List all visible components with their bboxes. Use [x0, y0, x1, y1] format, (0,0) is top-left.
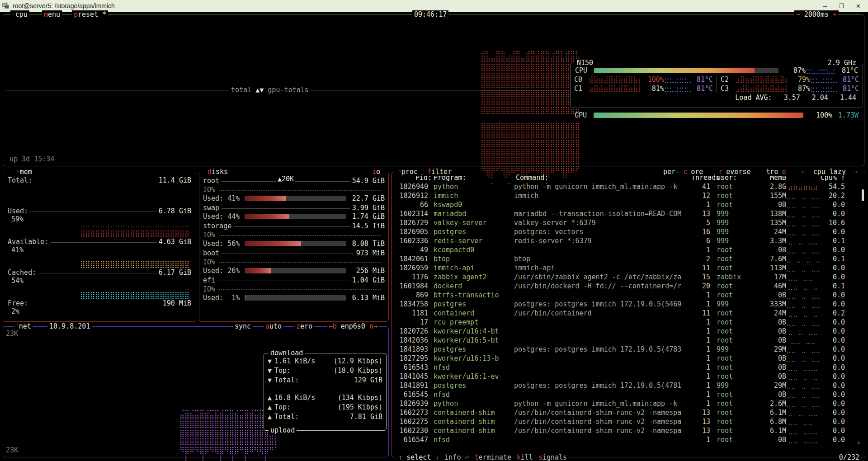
- process-row[interactable]: 616545 nfsd 1 root 0B ⣀⣀⠀⣀⠀⣀⣀ 0.0: [396, 390, 861, 399]
- interval-decrease-button[interactable]: −: [796, 10, 800, 19]
- process-row[interactable]: 1834758 postgres postgres: postgres immi…: [396, 300, 861, 309]
- disk-entry: efi 1.04 GiB IO% Used: 1% 6.13 MiB: [199, 275, 388, 302]
- upload-label: upload: [269, 426, 297, 435]
- core-usage-sparkline: ⣾⣷⣶⣼⣿⣾⣷⣾⣿⣷⣾⣷: [588, 75, 641, 84]
- gpu-meter: [594, 113, 803, 118]
- process-row[interactable]: 1826729 valkey-server valkey-server *:63…: [396, 218, 861, 227]
- proc-box: ⁴proc filter per-core reverse tree ← cpu…: [392, 172, 865, 457]
- sync-button[interactable]: sync: [233, 322, 253, 331]
- prev-interface-button[interactable]: ←b: [329, 322, 337, 330]
- cpu-gpu-divider-label[interactable]: total ▲▼ gpu-totals: [229, 86, 311, 94]
- disks-box-title[interactable]: disks: [206, 168, 230, 176]
- io-graph-line: [219, 190, 381, 191]
- clock: 09:46:17: [412, 10, 448, 19]
- process-row[interactable]: 1602275 containerd-shim /usr/bin/contain…: [396, 417, 861, 426]
- cpu-total-row: CPU 87% ⣒⣂⣐⣒⣂⣐ 81°C: [571, 66, 863, 75]
- net-stat-row: ▼1.61 KiB/s (12.9 Kibps): [264, 356, 386, 366]
- process-row[interactable]: 616547 nfsd 1 root 0B ⣀⣀⠀⣀⣀⣀ 0.0: [396, 435, 861, 444]
- process-row[interactable]: 1841893 postgres postgres: postgres immi…: [396, 345, 861, 354]
- disk-used-meter: [245, 196, 346, 201]
- kill-button[interactable]: kill: [515, 453, 535, 461]
- window-title: root@server5: /storage/apps/immich: [13, 2, 115, 9]
- disk-used-meter: [245, 241, 346, 246]
- upload-stats: ▲16.8 KiB/s (134 Kibps) ▲Top: (195 Kibps…: [264, 385, 386, 421]
- down-arrow-icon: ▼: [268, 376, 272, 384]
- process-cpu-sparkline: ⣀⣀⠀⣀⠀⣀⣀: [786, 201, 820, 209]
- divider-line: [51, 242, 156, 243]
- process-cpu-sparkline: ⣀⣀⠀⣀⠀⣀⣀: [786, 228, 820, 236]
- mem-stat: Total: 11.4 GiB: [3, 176, 196, 207]
- cpu-frequency: 2.9 GHz: [826, 59, 858, 67]
- close-button[interactable]: ✕: [856, 3, 861, 9]
- terminate-button[interactable]: terminate: [473, 453, 513, 461]
- core-cell: C2 ⣰⣿⣶⣾⣿⣷⣿⣾⣷⣿⣶⣼ 79% ⣒⣂⣐⣒⣂⣐ 81°C: [717, 75, 863, 84]
- io-mode-button[interactable]: io: [370, 168, 382, 176]
- process-row[interactable]: 1181 containerd /usr/bin/containerd 11 r…: [396, 309, 861, 318]
- process-row[interactable]: 1601984 dockerd /usr/bin/dockerd -H fd:/…: [396, 282, 861, 291]
- process-row[interactable]: 1826905 postgres postgres: vectors 16 99…: [396, 227, 861, 236]
- process-cpu-sparkline: ⣀⣀⠀⣀⠀⣀⣀: [786, 210, 820, 218]
- sort-column-selector: ← cpu lazy →: [798, 168, 861, 176]
- process-row[interactable]: 1602336 redis-server redis-server *:6379…: [396, 236, 861, 245]
- proc-box-title[interactable]: ⁴proc: [396, 168, 420, 176]
- mem-box-title[interactable]: ²mem: [15, 168, 34, 176]
- preset-button[interactable]: preset *: [72, 10, 108, 19]
- process-row[interactable]: 1826959 immich-api immich-api 11 root 11…: [396, 263, 861, 273]
- process-row[interactable]: 1826912 immich immich 12 root 155M ⣀⣀⠀⣀⠀…: [396, 191, 861, 200]
- process-row[interactable]: 49 kcompactd0 1 root 0B ⣀⣀⠀⣀⠀⣀⣀ 0.0: [396, 245, 861, 254]
- process-row[interactable]: 1826940 python python -m gunicorn immich…: [396, 182, 861, 191]
- sort-prev-button[interactable]: ←: [800, 168, 807, 176]
- net-box: ³net 10.9.8.201 sync auto zero ←b enp6s0…: [3, 326, 389, 457]
- core-cell: C0 ⣾⣷⣶⣼⣿⣾⣷⣾⣿⣷⣾⣷ 100% ⣒⣂⣐⣒⣂⣐ 81°C: [571, 75, 717, 84]
- process-row[interactable]: 1841891 postgres postgres: postgres immi…: [396, 381, 861, 390]
- sort-next-button[interactable]: →: [852, 168, 859, 176]
- process-row[interactable]: 1602273 containerd-shim /usr/bin/contain…: [396, 408, 861, 417]
- process-row[interactable]: 1842061 btop btop 2 root 7.6M ⣀⠀⣀⠀⣀⠀⣀ 0.…: [396, 254, 861, 263]
- auto-button[interactable]: auto: [264, 322, 283, 331]
- net-stat-row: ▲Total: 7.81 GiB: [264, 412, 386, 421]
- divider-line: [217, 281, 350, 281]
- process-row[interactable]: 869 btrfs-transactio 1 root 0B ⣀⣀⠀⣀⠀⣀⣀ 0…: [396, 291, 861, 300]
- process-row[interactable]: 1842036 kworker/u16:5-bt 1 root 0B ⣀⣀⠀⣀⣀…: [396, 336, 861, 345]
- core-cell: C1 ⣴⣿⣾⣶⣿⣷⣾⣿⣶⣷⣿⣶ 81% ⣒⣂⣐⣒⣂⣐ 81°C: [571, 84, 717, 93]
- core-usage-sparkline: ⣰⣿⣶⣾⣿⣷⣿⣾⣷⣿⣶⣼: [735, 75, 787, 84]
- core-temp-sparkline: ⣒⣂⣐⣒⣂⣐: [664, 75, 692, 84]
- interface-switcher: ←b enp6s0 n→: [327, 322, 379, 331]
- process-row[interactable]: 66 kswapd0 1 root 0B ⣀⣀⠀⣀⠀⣀⣀ 0.0: [396, 200, 861, 209]
- zero-button[interactable]: zero: [294, 322, 314, 331]
- minimize-button[interactable]: ─: [823, 3, 827, 9]
- process-row[interactable]: 1602314 mariadbd mariadbd --transaction-…: [396, 209, 861, 218]
- interval-increase-button[interactable]: +: [833, 10, 837, 19]
- process-row[interactable]: 1602230 containerd-shim /usr/bin/contain…: [396, 426, 861, 435]
- maximize-button[interactable]: ❐: [839, 3, 844, 9]
- next-interface-button[interactable]: n→: [369, 322, 377, 330]
- process-row[interactable]: 1176 zabbix_agent2 /usr/sbin/zabbix_agen…: [396, 273, 861, 282]
- process-row[interactable]: 1841045 kworker/u16:1-ev 1 root 0B ⣀⣀⠀⣀⠀…: [396, 372, 861, 381]
- divider-line: [30, 304, 160, 304]
- info-button[interactable]: info ⏎: [443, 453, 471, 461]
- select-control[interactable]: ↑ select ↓: [396, 453, 441, 461]
- process-cpu-sparkline: ⣀⠀⣀⠀⣀⣀: [786, 409, 820, 417]
- reverse-button[interactable]: reverse: [715, 168, 754, 176]
- mem-stat: Available: 4.63 GiB 41% ⣿⣿⣿⣿⣿⣿⣿⣿⣿⣿⣿⣿⣿⣿⣿⣿…: [3, 237, 196, 268]
- menu-button[interactable]: menu: [42, 10, 62, 19]
- update-interval-control: − 2000ms +: [794, 10, 839, 19]
- filter-button[interactable]: filter: [425, 168, 453, 176]
- divider-line: [34, 181, 156, 181]
- disk-entries: root ▲20K 54.9 GiB IO% Used: 41% 22.7 Gi…: [199, 172, 388, 302]
- process-cpu-sparkline: ⣀⣀⠀⣀⠀⣀: [786, 372, 820, 381]
- cpu-box-title[interactable]: ¹cpu: [10, 10, 29, 19]
- process-row[interactable]: 1826939 python python -m gunicorn immich…: [396, 399, 861, 408]
- core-temp-sparkline: ⣒⣂⣐⣒⣂⣐: [810, 75, 838, 84]
- process-row[interactable]: 17 rcu_preempt 1 root 0B ⣀⣀⠀⣀⠀⣀⣀ 0.0: [396, 318, 861, 327]
- proc-scrollbar[interactable]: [862, 189, 864, 201]
- tree-button[interactable]: tree: [763, 168, 790, 176]
- signals-button[interactable]: signals: [537, 453, 569, 461]
- divider-line: ▲20K: [222, 181, 350, 182]
- io-graph-line: [219, 262, 381, 263]
- per-core-button[interactable]: per-core: [660, 168, 707, 176]
- scroll-down-indicator[interactable]: ↓: [857, 438, 861, 446]
- process-row[interactable]: 1827295 kworker/u16:13-b 1 root 0B ⣀⣀⠀⣀⠀…: [396, 354, 861, 363]
- process-row[interactable]: 616543 nfsd 1 root 0B ⣀⣀⠀⣀⣀⣀ 0.0: [396, 363, 861, 372]
- process-row[interactable]: 1820726 kworker/u16:4-bt 1 root 0B ⣀⠀⣀⠀⣀…: [396, 327, 861, 336]
